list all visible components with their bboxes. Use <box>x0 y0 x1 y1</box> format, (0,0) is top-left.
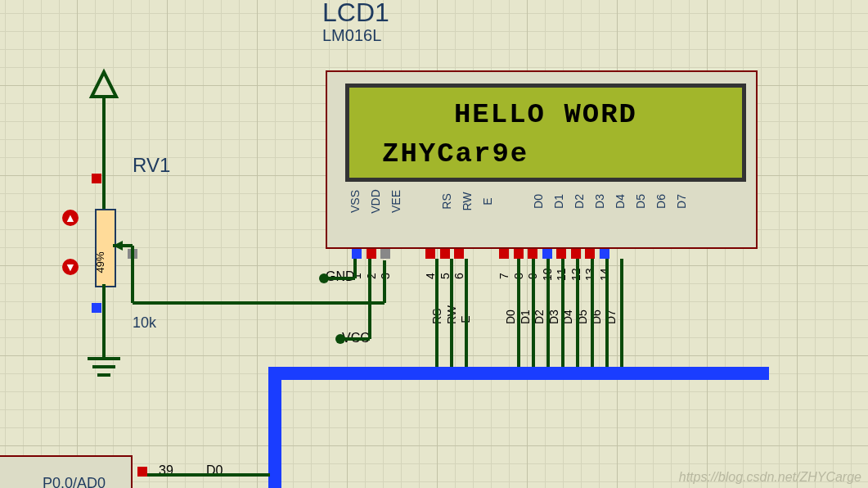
watermark: https://blog.csdn.net/ZHYCarge <box>679 470 861 485</box>
lcd-pin-pads <box>352 249 609 259</box>
lcd-line2: ZHYCar9e <box>349 135 742 174</box>
pot-value-label: 10k <box>133 314 156 332</box>
pot-up-button[interactable]: ▲ <box>62 210 79 226</box>
mcu-pin-pad <box>137 467 147 477</box>
potentiometer[interactable]: 49% <box>95 209 116 287</box>
pot-ref-label: RV1 <box>133 154 170 177</box>
vcc-net-label: VCC <box>342 331 370 346</box>
lcd-screen: HELLO WORD ZHYCar9e <box>345 84 746 182</box>
lcd-wire-labels: RS RW E D0 D1 D2 D3 D4 D5 D6 D7 <box>432 295 616 326</box>
mcu-pin-num: 39 <box>159 463 173 478</box>
lcd-component[interactable]: HELLO WORD ZHYCar9e <box>326 70 758 249</box>
mcu-pin-label: P0.0/AD0 <box>43 475 106 488</box>
lcd-line1: HELLO WORD <box>349 96 742 135</box>
lcd-part-label: LM016L <box>322 26 381 45</box>
pot-down-button[interactable]: ▼ <box>62 259 79 275</box>
gnd-net-label: GND <box>326 269 355 284</box>
lcd-pin-numbers: 1 2 3 4 5 6 7 8 9 10 11 12 13 14 <box>352 261 609 282</box>
probe-top <box>92 174 101 183</box>
probe-bottom <box>92 303 101 313</box>
lcd-ref-label: LCD1 <box>322 0 389 28</box>
probe-wiper <box>128 249 137 259</box>
mcu-wire-label: D0 <box>206 463 223 478</box>
lcd-pin-names: VSS VDD VEE RS RW E D0 D1 D2 D3 D4 D5 D6… <box>347 193 690 210</box>
pot-percent: 49% <box>94 251 106 273</box>
